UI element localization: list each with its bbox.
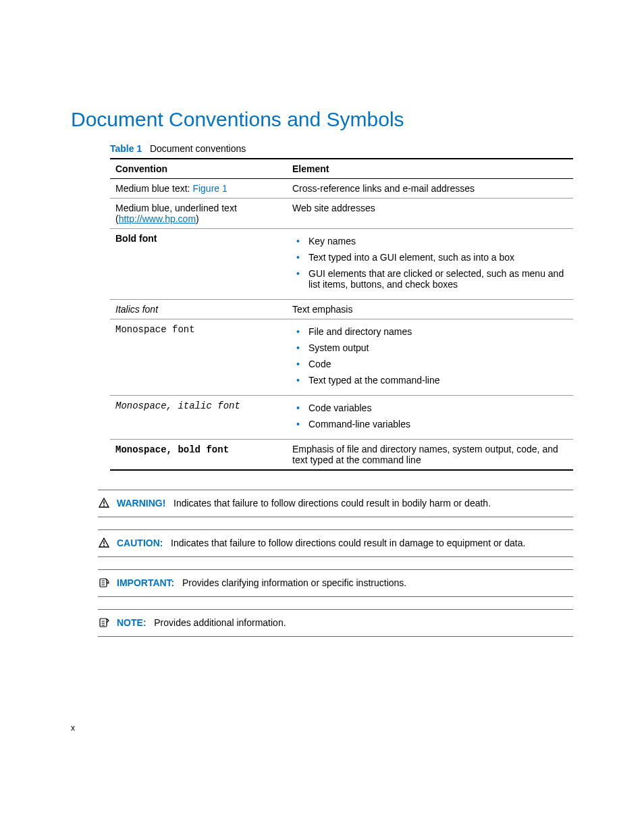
important-label: IMPORTANT: (117, 577, 174, 588)
list-item: Code (308, 357, 566, 373)
caution-icon (98, 537, 110, 549)
list-item: Command-line variables (308, 417, 566, 434)
url-link[interactable]: http://www.hp.com (119, 213, 196, 224)
svg-point-1 (103, 505, 105, 506)
conventions-table: Convention Element Medium blue text: Fig… (110, 158, 573, 471)
caution-text: Indicates that failure to follow directi… (171, 538, 525, 548)
list-item: System output (308, 341, 566, 357)
table-row: Italics font Text emphasis (110, 300, 573, 319)
warning-label: WARNING! (117, 498, 165, 509)
table-caption-text: Document conventions (150, 143, 246, 154)
conv-text: Monospace, bold font (115, 444, 229, 455)
elem-text: Emphasis of file and directory names, sy… (287, 440, 573, 471)
note-label: NOTE: (117, 617, 146, 628)
caution-admonition: CAUTION: Indicates that failure to follo… (98, 529, 573, 557)
th-element: Element (287, 159, 573, 179)
elem-text: Cross-reference links and e-mail address… (287, 179, 573, 199)
table-row: Medium blue, underlined text (http://www… (110, 199, 573, 229)
list-item: Text typed into a GUI element, such as i… (308, 251, 566, 267)
conv-text: Medium blue text: (115, 183, 192, 194)
list-item: GUI elements that are clicked or selecte… (308, 267, 566, 294)
table-caption-label: Table 1 (110, 143, 142, 154)
conv-text: Monospace, italic font (115, 400, 240, 411)
note-admonition: NOTE: Provides additional information. (98, 609, 573, 637)
warning-text: Indicates that failure to follow directi… (173, 498, 491, 509)
elem-text: Web site addresses (287, 199, 573, 229)
warning-icon (98, 497, 110, 509)
important-text: Provides clarifying information or speci… (182, 577, 406, 588)
table-caption: Table 1 Document conventions (110, 143, 573, 154)
table-row: Monospace, italic font Code variables Co… (110, 396, 573, 440)
page-number: x (71, 723, 75, 733)
conv-text: Monospace font (115, 324, 195, 335)
conv-text: Bold font (115, 233, 157, 244)
crossref-link[interactable]: Figure 1 (192, 183, 227, 194)
warning-admonition: WARNING! Indicates that failure to follo… (98, 490, 573, 517)
table-row: Medium blue text: Figure 1 Cross-referen… (110, 179, 573, 199)
important-admonition: IMPORTANT: Provides clarifying informati… (98, 569, 573, 597)
note-text: Provides additional information. (154, 617, 286, 628)
note-icon (98, 617, 110, 629)
list-item: Text typed at the command-line (308, 373, 566, 390)
elem-text: Text emphasis (287, 300, 573, 319)
caution-label: CAUTION: (117, 538, 163, 548)
important-icon (98, 577, 110, 589)
page-title: Document Conventions and Symbols (71, 108, 573, 131)
conv-text: Italics font (115, 304, 158, 315)
table-row: Bold font Key names Text typed into a GU… (110, 229, 573, 300)
list-item: Code variables (308, 401, 566, 417)
list-item: File and directory names (308, 325, 566, 341)
list-item: Key names (308, 234, 566, 251)
th-convention: Convention (110, 159, 287, 179)
paren: ) (196, 213, 199, 224)
table-row: Monospace font File and directory names … (110, 319, 573, 396)
svg-point-3 (103, 545, 105, 546)
table-row: Monospace, bold font Emphasis of file an… (110, 440, 573, 471)
conv-text: Medium blue, underlined text (115, 203, 237, 213)
